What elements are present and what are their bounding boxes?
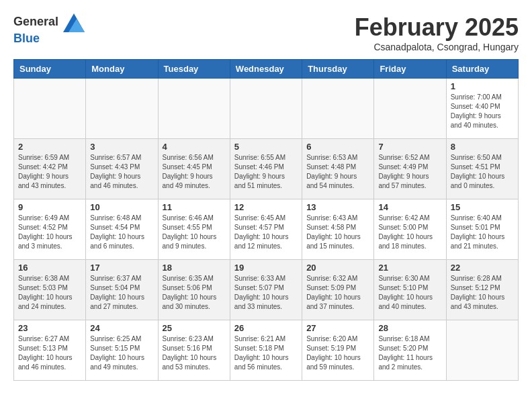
day-number: 3 xyxy=(90,142,153,152)
day-number: 16 xyxy=(18,263,81,273)
calendar-day-cell: 26Sunrise: 6:21 AM Sunset: 5:18 PM Dayli… xyxy=(230,320,302,381)
calendar-day-cell: 23Sunrise: 6:27 AM Sunset: 5:13 PM Dayli… xyxy=(14,320,86,381)
calendar-week-row: 23Sunrise: 6:27 AM Sunset: 5:13 PM Dayli… xyxy=(14,320,519,381)
calendar-day-cell: 2Sunrise: 6:59 AM Sunset: 4:42 PM Daylig… xyxy=(14,139,86,199)
calendar-week-row: 9Sunrise: 6:49 AM Sunset: 4:52 PM Daylig… xyxy=(14,199,519,260)
day-number: 23 xyxy=(18,323,81,333)
calendar-week-row: 16Sunrise: 6:38 AM Sunset: 5:03 PM Dayli… xyxy=(14,260,519,320)
calendar-day-cell: 22Sunrise: 6:28 AM Sunset: 5:12 PM Dayli… xyxy=(446,260,518,320)
calendar-day-cell: 25Sunrise: 6:23 AM Sunset: 5:16 PM Dayli… xyxy=(158,320,230,381)
calendar-day-cell: 28Sunrise: 6:18 AM Sunset: 5:20 PM Dayli… xyxy=(374,320,446,381)
day-number: 12 xyxy=(234,202,298,212)
logo-icon xyxy=(63,13,85,32)
calendar-day-cell: 15Sunrise: 6:40 AM Sunset: 5:01 PM Dayli… xyxy=(446,199,518,260)
calendar-day-cell xyxy=(14,79,86,139)
calendar-day-cell: 20Sunrise: 6:32 AM Sunset: 5:09 PM Dayli… xyxy=(302,260,374,320)
calendar-day-cell xyxy=(86,79,158,139)
calendar-week-row: 2Sunrise: 6:59 AM Sunset: 4:42 PM Daylig… xyxy=(14,139,519,199)
calendar-day-cell: 3Sunrise: 6:57 AM Sunset: 4:43 PM Daylig… xyxy=(86,139,158,199)
day-info: Sunrise: 6:27 AM Sunset: 5:13 PM Dayligh… xyxy=(18,334,81,372)
day-info: Sunrise: 6:25 AM Sunset: 5:15 PM Dayligh… xyxy=(90,334,153,372)
weekday-header-row: SundayMondayTuesdayWednesdayThursdayFrid… xyxy=(14,60,519,79)
day-info: Sunrise: 6:35 AM Sunset: 5:06 PM Dayligh… xyxy=(163,274,226,312)
weekday-header-sunday: Sunday xyxy=(14,60,86,79)
day-info: Sunrise: 6:57 AM Sunset: 4:43 PM Dayligh… xyxy=(90,153,153,191)
weekday-header-saturday: Saturday xyxy=(446,60,518,79)
day-number: 11 xyxy=(163,202,226,212)
calendar-day-cell: 13Sunrise: 6:43 AM Sunset: 4:58 PM Dayli… xyxy=(302,199,374,260)
day-number: 18 xyxy=(163,263,226,273)
day-info: Sunrise: 6:23 AM Sunset: 5:16 PM Dayligh… xyxy=(163,334,226,372)
day-number: 24 xyxy=(90,323,153,333)
day-info: Sunrise: 6:45 AM Sunset: 4:57 PM Dayligh… xyxy=(234,214,298,251)
calendar-day-cell xyxy=(446,320,518,381)
weekday-header-tuesday: Tuesday xyxy=(158,60,230,79)
day-info: Sunrise: 6:48 AM Sunset: 4:54 PM Dayligh… xyxy=(90,214,153,251)
calendar-table: SundayMondayTuesdayWednesdayThursdayFrid… xyxy=(13,59,519,381)
calendar-day-cell: 1Sunrise: 7:00 AM Sunset: 4:40 PM Daylig… xyxy=(446,79,518,139)
calendar-day-cell: 7Sunrise: 6:52 AM Sunset: 4:49 PM Daylig… xyxy=(374,139,446,199)
day-info: Sunrise: 6:32 AM Sunset: 5:09 PM Dayligh… xyxy=(306,274,369,312)
calendar-day-cell: 10Sunrise: 6:48 AM Sunset: 4:54 PM Dayli… xyxy=(86,199,158,260)
calendar-day-cell: 16Sunrise: 6:38 AM Sunset: 5:03 PM Dayli… xyxy=(14,260,86,320)
day-info: Sunrise: 6:30 AM Sunset: 5:10 PM Dayligh… xyxy=(378,274,441,312)
logo-general: General xyxy=(13,13,85,32)
calendar-day-cell xyxy=(230,79,302,139)
weekday-header-thursday: Thursday xyxy=(302,60,374,79)
calendar-day-cell: 4Sunrise: 6:56 AM Sunset: 4:45 PM Daylig… xyxy=(158,139,230,199)
day-info: Sunrise: 6:56 AM Sunset: 4:45 PM Dayligh… xyxy=(163,153,226,191)
day-number: 4 xyxy=(163,142,226,152)
day-number: 10 xyxy=(90,202,153,212)
calendar-day-cell: 27Sunrise: 6:20 AM Sunset: 5:19 PM Dayli… xyxy=(302,320,374,381)
day-number: 22 xyxy=(451,263,514,273)
day-number: 9 xyxy=(18,202,81,212)
day-number: 5 xyxy=(234,142,298,152)
day-info: Sunrise: 6:37 AM Sunset: 5:04 PM Dayligh… xyxy=(90,274,153,312)
day-info: Sunrise: 6:53 AM Sunset: 4:48 PM Dayligh… xyxy=(306,153,369,191)
logo: General Blue xyxy=(13,13,85,46)
day-info: Sunrise: 6:43 AM Sunset: 4:58 PM Dayligh… xyxy=(306,214,369,251)
day-info: Sunrise: 6:38 AM Sunset: 5:03 PM Dayligh… xyxy=(18,274,81,312)
calendar-day-cell xyxy=(158,79,230,139)
calendar-day-cell: 18Sunrise: 6:35 AM Sunset: 5:06 PM Dayli… xyxy=(158,260,230,320)
page-header: General Blue February 2025 Csanadpalota,… xyxy=(13,13,519,52)
calendar-week-row: 1Sunrise: 7:00 AM Sunset: 4:40 PM Daylig… xyxy=(14,79,519,139)
day-info: Sunrise: 6:20 AM Sunset: 5:19 PM Dayligh… xyxy=(306,334,369,372)
day-number: 20 xyxy=(306,263,369,273)
calendar-subtitle: Csanadpalota, Csongrad, Hungary xyxy=(355,42,519,52)
calendar-day-cell: 9Sunrise: 6:49 AM Sunset: 4:52 PM Daylig… xyxy=(14,199,86,260)
calendar-day-cell: 17Sunrise: 6:37 AM Sunset: 5:04 PM Dayli… xyxy=(86,260,158,320)
calendar-day-cell xyxy=(374,79,446,139)
logo-text-general: General xyxy=(13,15,58,28)
day-info: Sunrise: 6:33 AM Sunset: 5:07 PM Dayligh… xyxy=(234,274,298,312)
title-section: February 2025 Csanadpalota, Csongrad, Hu… xyxy=(355,13,519,52)
calendar-day-cell: 5Sunrise: 6:55 AM Sunset: 4:46 PM Daylig… xyxy=(230,139,302,199)
day-number: 7 xyxy=(378,142,441,152)
day-number: 13 xyxy=(306,202,369,212)
calendar-day-cell xyxy=(302,79,374,139)
calendar-day-cell: 24Sunrise: 6:25 AM Sunset: 5:15 PM Dayli… xyxy=(86,320,158,381)
day-info: Sunrise: 6:59 AM Sunset: 4:42 PM Dayligh… xyxy=(18,153,81,191)
day-info: Sunrise: 6:40 AM Sunset: 5:01 PM Dayligh… xyxy=(451,214,514,251)
calendar-day-cell: 19Sunrise: 6:33 AM Sunset: 5:07 PM Dayli… xyxy=(230,260,302,320)
day-number: 2 xyxy=(18,142,81,152)
day-info: Sunrise: 7:00 AM Sunset: 4:40 PM Dayligh… xyxy=(451,93,514,130)
day-number: 1 xyxy=(451,81,514,91)
calendar-day-cell: 12Sunrise: 6:45 AM Sunset: 4:57 PM Dayli… xyxy=(230,199,302,260)
day-number: 6 xyxy=(306,142,369,152)
day-info: Sunrise: 6:50 AM Sunset: 4:51 PM Dayligh… xyxy=(451,153,514,191)
calendar-day-cell: 14Sunrise: 6:42 AM Sunset: 5:00 PM Dayli… xyxy=(374,199,446,260)
day-number: 17 xyxy=(90,263,153,273)
day-info: Sunrise: 6:28 AM Sunset: 5:12 PM Dayligh… xyxy=(451,274,514,312)
day-number: 27 xyxy=(306,323,369,333)
day-info: Sunrise: 6:55 AM Sunset: 4:46 PM Dayligh… xyxy=(234,153,298,191)
calendar-day-cell: 8Sunrise: 6:50 AM Sunset: 4:51 PM Daylig… xyxy=(446,139,518,199)
day-info: Sunrise: 6:18 AM Sunset: 5:20 PM Dayligh… xyxy=(378,334,441,372)
weekday-header-wednesday: Wednesday xyxy=(230,60,302,79)
day-number: 25 xyxy=(163,323,226,333)
calendar-day-cell: 11Sunrise: 6:46 AM Sunset: 4:55 PM Dayli… xyxy=(158,199,230,260)
day-number: 21 xyxy=(378,263,441,273)
calendar-title: February 2025 xyxy=(355,13,519,42)
day-info: Sunrise: 6:21 AM Sunset: 5:18 PM Dayligh… xyxy=(234,334,298,372)
day-number: 26 xyxy=(234,323,298,333)
